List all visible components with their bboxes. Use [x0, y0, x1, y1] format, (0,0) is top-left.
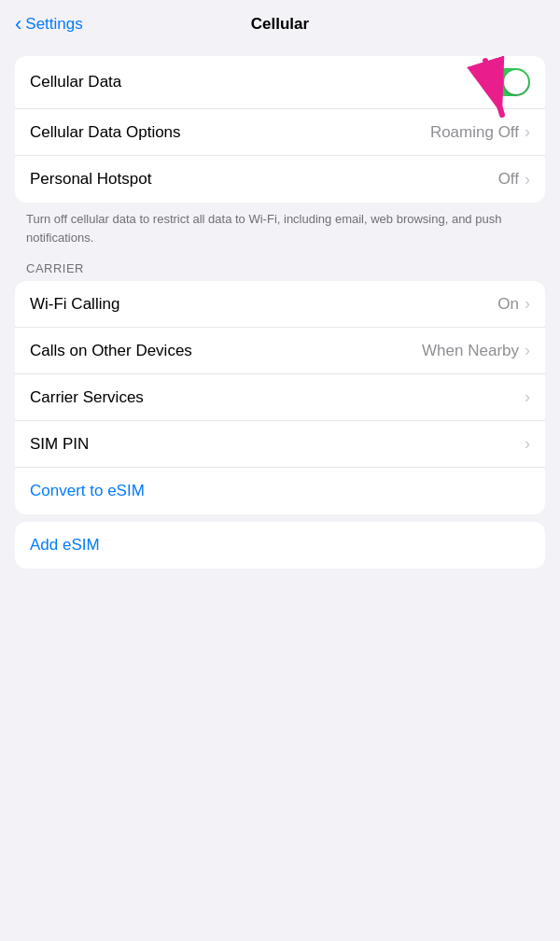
carrier-services-chevron-icon: ›	[525, 387, 530, 407]
convert-esim-row[interactable]: Convert to eSIM	[15, 468, 545, 514]
wifi-calling-right: On ›	[497, 294, 530, 314]
convert-esim-label: Convert to eSIM	[30, 482, 145, 500]
page-title: Cellular	[251, 15, 309, 34]
back-button[interactable]: ‹ Settings	[15, 15, 83, 35]
wifi-calling-label: Wi-Fi Calling	[30, 295, 119, 314]
sim-pin-right: ›	[525, 434, 530, 454]
carrier-section-label: CARRIER	[26, 261, 534, 275]
calls-other-devices-value: When Nearby	[422, 342, 519, 360]
carrier-services-right: ›	[525, 387, 530, 407]
main-settings-card: Cellular Data Cellular Data Options Roam…	[15, 56, 545, 203]
wifi-calling-row[interactable]: Wi-Fi Calling On ›	[15, 281, 545, 328]
wifi-calling-chevron-icon: ›	[525, 294, 530, 314]
sim-pin-chevron-icon: ›	[525, 434, 530, 454]
page-wrapper: ‹ Settings Cellular Cellular Data Ce	[0, 0, 560, 569]
cellular-data-options-label: Cellular Data Options	[30, 123, 181, 142]
add-esim-label: Add eSIM	[30, 536, 100, 555]
cellular-data-options-right: Roaming Off ›	[430, 122, 530, 142]
add-esim-row[interactable]: Add eSIM	[15, 522, 545, 569]
cellular-data-options-value: Roaming Off	[430, 123, 519, 142]
back-chevron-icon: ‹	[15, 14, 21, 35]
carrier-settings-card: Wi-Fi Calling On › Calls on Other Device…	[15, 281, 545, 514]
carrier-services-label: Carrier Services	[30, 388, 144, 407]
calls-other-devices-right: When Nearby ›	[422, 341, 530, 360]
cellular-data-options-chevron-icon: ›	[525, 122, 530, 142]
cellular-data-toggle[interactable]	[482, 68, 530, 96]
calls-other-devices-label: Calls on Other Devices	[30, 342, 192, 360]
personal-hotspot-value: Off	[498, 170, 519, 189]
calls-other-devices-chevron-icon: ›	[525, 341, 530, 360]
carrier-services-row[interactable]: Carrier Services ›	[15, 374, 545, 421]
calls-other-devices-row[interactable]: Calls on Other Devices When Nearby ›	[15, 328, 545, 374]
personal-hotspot-row[interactable]: Personal Hotspot Off ›	[15, 156, 545, 203]
personal-hotspot-chevron-icon: ›	[525, 170, 530, 190]
sim-pin-label: SIM PIN	[30, 435, 89, 454]
toggle-knob	[504, 70, 528, 94]
cellular-data-label: Cellular Data	[30, 73, 121, 91]
nav-bar: ‹ Settings Cellular	[0, 0, 560, 49]
cellular-data-options-row[interactable]: Cellular Data Options Roaming Off ›	[15, 109, 545, 156]
personal-hotspot-label: Personal Hotspot	[30, 170, 151, 189]
personal-hotspot-right: Off ›	[498, 170, 530, 190]
wifi-calling-value: On	[497, 295, 519, 314]
sim-pin-row[interactable]: SIM PIN ›	[15, 421, 545, 468]
cellular-data-row[interactable]: Cellular Data	[15, 56, 545, 109]
cellular-description: Turn off cellular data to restrict all d…	[26, 210, 534, 246]
add-esim-card[interactable]: Add eSIM	[15, 522, 545, 569]
back-label: Settings	[25, 15, 82, 34]
